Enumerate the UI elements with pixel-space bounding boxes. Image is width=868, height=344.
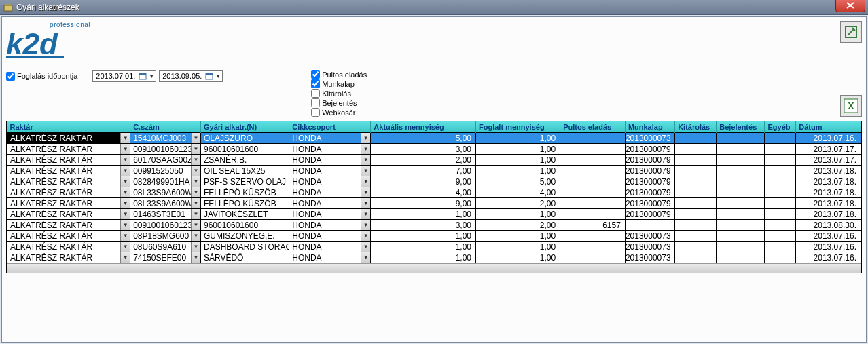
dropdown-handle[interactable]: ▼ [120,176,130,187]
chevron-down-icon[interactable]: ▼ [215,73,221,79]
horizontal-scrollbar[interactable] [7,263,861,273]
cell-number: 2013000079 [625,209,674,220]
dropdown-handle[interactable]: ▼ [361,155,370,165]
cell-text: HONDA [289,145,370,154]
table-row[interactable]: ALKATRÉSZ RAKTÁR▼74150SEFE00▼SÁRVÉDŐHOND… [7,252,861,263]
webkosar-checkbox[interactable]: Webkosár [311,108,367,117]
dropdown-handle[interactable]: ▼ [191,187,200,197]
dropdown-handle[interactable]: ▼ [361,187,370,197]
col-pultos[interactable]: Pultos eladás [560,121,626,133]
cell-number [560,209,626,220]
dropdown-handle[interactable]: ▼ [191,209,200,219]
dropdown-handle[interactable]: ▼ [120,252,130,263]
cell-number: 2013000073 [625,242,674,252]
dropdown-handle[interactable]: ▼ [191,231,200,241]
cell-number: 9,00 [371,198,476,209]
date-to-input[interactable]: 2013.09.05. ▼ [159,70,223,82]
dropdown-handle[interactable]: ▼ [361,252,370,263]
pultos-checkbox[interactable]: Pultos eladás [311,70,367,79]
cell-number: 2013.08.30. [796,220,861,231]
dropdown-handle[interactable]: ▼ [120,187,130,197]
svg-rect-1 [5,4,11,5]
cell-text: GUMISZONYEG,E. [201,231,289,241]
cell-number: 2013.07.18. [796,198,861,209]
table-row[interactable]: ALKATRÉSZ RAKTÁR▼01463ST3E01▼JAVÍTÓKÉSZL… [7,209,861,220]
date-from-input[interactable]: 2013.07.01. ▼ [92,70,156,82]
window-body: professional k2d Foglalás időpontja 2013… [1,16,867,343]
cell-number [717,166,765,176]
cell-number [765,187,796,198]
col-munka[interactable]: Munkalap [625,121,674,133]
dropdown-handle[interactable]: ▼ [120,220,130,230]
cell-text: 0828499901HA [130,177,200,187]
chevron-down-icon[interactable]: ▼ [149,73,154,79]
dropdown-handle[interactable]: ▼ [191,133,200,143]
table-row[interactable]: ALKATRÉSZ RAKTÁR▼00910010601232▼96001060… [7,144,861,155]
dropdown-handle[interactable]: ▼ [120,133,130,143]
cell-text: HONDA [289,221,370,230]
table-row[interactable]: ALKATRÉSZ RAKTÁR▼08U60S9A610▼DASHBOARD S… [7,242,861,252]
dropdown-handle[interactable]: ▼ [120,231,130,241]
dropdown-handle[interactable]: ▼ [120,144,130,154]
foglalas-checkbox[interactable]: Foglalás időpontja [6,72,77,81]
cell-number [717,231,765,242]
col-gyari[interactable]: Gyári alkatr.(N) [200,121,289,133]
dropdown-handle[interactable]: ▼ [120,155,130,165]
col-aktual[interactable]: Aktuális mennyiség [371,121,476,133]
dropdown-handle[interactable]: ▼ [191,144,200,154]
cell-number: 1,00 [476,209,560,220]
table-row[interactable]: ALKATRÉSZ RAKTÁR▼00910010601232▼96001060… [7,220,861,231]
dropdown-handle[interactable]: ▼ [191,242,200,252]
dropdown-handle[interactable]: ▼ [191,176,200,187]
table-row[interactable]: ALKATRÉSZ RAKTÁR▼60170SAAG00ZZ▼ZSANÉR,B.… [7,155,861,166]
col-kitar[interactable]: Kitárolás [675,121,717,133]
table-row[interactable]: ALKATRÉSZ RAKTÁR▼0828499901HA▼PSF-S SZER… [7,176,861,187]
dropdown-handle[interactable]: ▼ [361,242,370,252]
dropdown-handle[interactable]: ▼ [361,176,370,187]
dropdown-handle[interactable]: ▼ [361,144,370,154]
col-foglalt[interactable]: Foglalt mennyiség [476,121,560,133]
kitarolas-checkbox[interactable]: Kitárolás [311,89,367,98]
bejelentes-checkbox[interactable]: Bejelentés [311,98,367,107]
cell-text: 960010601600 [201,221,289,230]
dropdown-handle[interactable]: ▼ [191,252,200,263]
dropdown-handle[interactable]: ▼ [361,198,370,208]
col-datum[interactable]: Dátum [796,121,861,133]
col-cikk[interactable]: Cikkcsoport [289,121,371,133]
export-excel-button[interactable]: X [840,95,862,117]
data-grid[interactable]: Raktár C.szám Gyári alkatr.(N) Cikkcsopo… [6,121,862,273]
col-egyeb[interactable]: Egyéb [765,121,796,133]
col-raktar[interactable]: Raktár [7,121,130,133]
cell-number: 2013000073 [625,231,674,242]
dropdown-handle[interactable]: ▼ [361,133,370,143]
dropdown-handle[interactable]: ▼ [361,231,370,241]
dropdown-handle[interactable]: ▼ [120,209,130,219]
dropdown-handle[interactable]: ▼ [361,220,370,230]
dropdown-handle[interactable]: ▼ [361,166,370,176]
cell-text: DASHBOARD STORAGE [201,242,289,252]
close-button[interactable] [835,0,865,12]
dropdown-handle[interactable]: ▼ [191,166,200,176]
col-bejel[interactable]: Bejelentés [717,121,765,133]
dropdown-handle[interactable]: ▼ [191,220,200,230]
col-cszam[interactable]: C.szám [130,121,201,133]
cell-number [717,242,765,252]
dropdown-handle[interactable]: ▼ [120,242,130,252]
dropdown-handle[interactable]: ▼ [191,155,200,165]
table-row[interactable]: ALKATRÉSZ RAKTÁR▼15410MCJ003▼OLAJSZUROHO… [7,133,861,144]
dropdown-handle[interactable]: ▼ [120,198,130,208]
edit-button[interactable] [840,21,862,43]
cell-number: 1,00 [371,231,476,242]
dropdown-handle[interactable]: ▼ [120,166,130,176]
dropdown-handle[interactable]: ▼ [361,209,370,219]
cell-number [675,176,717,187]
table-row[interactable]: ALKATRÉSZ RAKTÁR▼08L33S9A600W▼FELLÉPŐ KÜ… [7,187,861,198]
calendar-icon [204,71,214,81]
munkalap-checkbox[interactable]: Munkalap [311,79,367,88]
cell-text: 08P18SMG600 [130,231,200,241]
table-row[interactable]: ALKATRÉSZ RAKTÁR▼08P18SMG600▼GUMISZONYEG… [7,231,861,242]
dropdown-handle[interactable]: ▼ [191,198,200,208]
table-row[interactable]: ALKATRÉSZ RAKTÁR▼00991525050▼OIL SEAL 15… [7,166,861,176]
table-row[interactable]: ALKATRÉSZ RAKTÁR▼08L33S9A600W▼FELLÉPŐ KÜ… [7,198,861,209]
cell-text: 08L33S9A600W [130,199,200,208]
